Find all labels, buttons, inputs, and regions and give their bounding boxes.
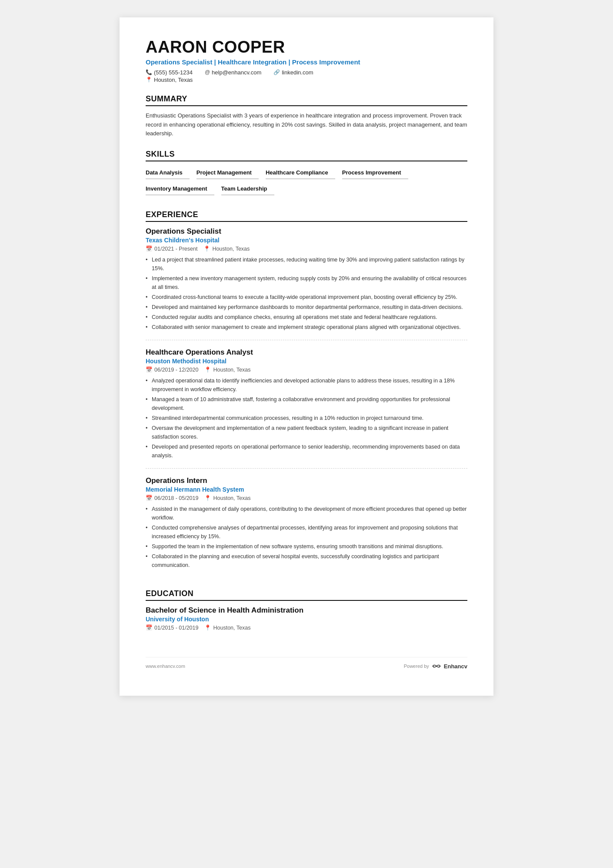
company-name: Memorial Hermann Health System — [146, 486, 467, 493]
location-icon: 📍 — [204, 366, 211, 373]
job-title: Healthcare Operations Analyst — [146, 348, 467, 357]
job-bullets: Led a project that streamlined patient i… — [146, 255, 467, 332]
bullet-item: Supported the team in the implementation… — [146, 542, 467, 551]
job-title: Operations Specialist — [146, 227, 467, 236]
company-name: Texas Children's Hospital — [146, 237, 467, 244]
email-value: help@enhancv.com — [212, 69, 261, 76]
job-title: Operations Intern — [146, 476, 467, 485]
bullet-item: Assisted in the management of daily oper… — [146, 505, 467, 522]
location-icon: 📍 — [146, 77, 152, 83]
skill-item: Project Management — [197, 167, 259, 179]
location-text: Houston, Texas — [213, 367, 250, 373]
bullet-item: Conducted regular audits and compliance … — [146, 313, 467, 322]
powered-by-label: Powered by — [404, 664, 429, 669]
job-date: 📅 01/2021 - Present — [146, 245, 197, 252]
job-block: Operations InternMemorial Hermann Health… — [146, 476, 467, 578]
job-meta: 📅 01/2021 - Present 📍 Houston, Texas — [146, 245, 467, 252]
edu-location-text: Houston, Texas — [213, 625, 250, 631]
email-icon: @ — [205, 69, 210, 75]
calendar-icon: 📅 — [146, 624, 153, 631]
edu-block: Bachelor of Science in Health Administra… — [146, 606, 467, 631]
phone-contact: 📞 (555) 555-1234 — [146, 69, 193, 76]
date-range: 01/2021 - Present — [154, 246, 197, 252]
company-name: Houston Methodist Hospital — [146, 358, 467, 365]
edu-container: Bachelor of Science in Health Administra… — [146, 606, 467, 631]
calendar-icon: 📅 — [146, 495, 153, 501]
job-meta: 📅 06/2019 - 12/2020 📍 Houston, Texas — [146, 366, 467, 373]
date-range: 06/2018 - 05/2019 — [154, 495, 198, 501]
location-icon: 📍 — [204, 624, 211, 631]
edu-meta: 📅 01/2015 - 01/2019 📍 Houston, Texas — [146, 624, 467, 631]
skills-grid: Data AnalysisProject ManagementHealthcar… — [146, 167, 467, 199]
linkedin-value: linkedin.com — [282, 69, 313, 76]
experience-section: EXPERIENCE Operations SpecialistTexas Ch… — [146, 210, 467, 578]
summary-section: SUMMARY Enthusiastic Operations Speciali… — [146, 94, 467, 138]
header: AARON COOPER Operations Specialist | Hea… — [146, 38, 467, 83]
contact-row-2: 📍 Houston, Texas — [146, 77, 467, 83]
email-contact: @ help@enhancv.com — [205, 69, 261, 76]
footer: www.enhancv.com Powered by Enhancv — [146, 657, 467, 670]
job-location: 📍 Houston, Texas — [204, 495, 250, 501]
location-text: Houston, Texas — [212, 246, 250, 252]
link-icon: 🔗 — [273, 69, 280, 75]
enhancv-logo-icon — [432, 663, 441, 670]
skill-item: Process Improvement — [342, 167, 408, 179]
footer-website: www.enhancv.com — [146, 664, 185, 669]
enhancv-brand: Enhancv — [444, 663, 467, 670]
location-icon: 📍 — [203, 245, 210, 252]
job-meta: 📅 06/2018 - 05/2019 📍 Houston, Texas — [146, 495, 467, 501]
phone-icon: 📞 — [146, 69, 152, 75]
education-title: EDUCATION — [146, 589, 467, 601]
skill-item: Team Leadership — [221, 183, 274, 195]
location-icon: 📍 — [204, 495, 211, 501]
bullet-item: Streamlined interdepartmental communicat… — [146, 414, 467, 422]
jobs-container: Operations SpecialistTexas Children's Ho… — [146, 227, 467, 578]
experience-title: EXPERIENCE — [146, 210, 467, 222]
calendar-icon: 📅 — [146, 366, 153, 373]
job-bullets: Analyzed operational data to identify in… — [146, 376, 467, 460]
job-block: Operations SpecialistTexas Children's Ho… — [146, 227, 467, 340]
edu-location: 📍 Houston, Texas — [204, 624, 250, 631]
contact-row-1: 📞 (555) 555-1234 @ help@enhancv.com 🔗 li… — [146, 69, 467, 76]
skill-item: Inventory Management — [146, 183, 214, 195]
powered-by: Powered by Enhancv — [404, 663, 467, 670]
candidate-name: AARON COOPER — [146, 38, 467, 57]
edu-school: University of Houston — [146, 616, 467, 623]
edu-degree: Bachelor of Science in Health Administra… — [146, 606, 467, 615]
skill-item: Data Analysis — [146, 167, 190, 179]
bullet-item: Conducted comprehensive analyses of depa… — [146, 523, 467, 541]
job-date: 📅 06/2019 - 12/2020 — [146, 366, 198, 373]
edu-date-range: 01/2015 - 01/2019 — [154, 625, 198, 631]
candidate-title: Operations Specialist | Healthcare Integ… — [146, 58, 467, 66]
location-contact: 📍 Houston, Texas — [146, 77, 193, 83]
bullet-item: Analyzed operational data to identify in… — [146, 376, 467, 394]
bullet-item: Implemented a new inventory management s… — [146, 274, 467, 292]
bullet-item: Managed a team of 10 administrative staf… — [146, 395, 467, 412]
bullet-item: Developed and maintained key performance… — [146, 303, 467, 312]
edu-date: 📅 01/2015 - 01/2019 — [146, 624, 198, 631]
bullet-item: Oversaw the development and implementati… — [146, 424, 467, 441]
job-location: 📍 Houston, Texas — [204, 366, 250, 373]
date-range: 06/2019 - 12/2020 — [154, 367, 198, 373]
resume-page: AARON COOPER Operations Specialist | Hea… — [120, 17, 493, 696]
skills-section: SKILLS Data AnalysisProject ManagementHe… — [146, 150, 467, 199]
bullet-item: Developed and presented reports on opera… — [146, 442, 467, 460]
skills-title: SKILLS — [146, 150, 467, 161]
summary-title: SUMMARY — [146, 94, 467, 106]
bullet-item: Collaborated with senior management to c… — [146, 323, 467, 332]
phone-value: (555) 555-1234 — [154, 69, 193, 76]
job-date: 📅 06/2018 - 05/2019 — [146, 495, 198, 501]
bullet-item: Coordinated cross-functional teams to ex… — [146, 293, 467, 302]
job-bullets: Assisted in the management of daily oper… — [146, 505, 467, 570]
bullet-item: Collaborated in the planning and executi… — [146, 552, 467, 570]
job-block: Healthcare Operations AnalystHouston Met… — [146, 348, 467, 469]
education-section: EDUCATION Bachelor of Science in Health … — [146, 589, 467, 631]
job-location: 📍 Houston, Texas — [203, 245, 250, 252]
bullet-item: Led a project that streamlined patient i… — [146, 255, 467, 273]
location-text: Houston, Texas — [213, 495, 250, 501]
calendar-icon: 📅 — [146, 245, 153, 252]
linkedin-contact: 🔗 linkedin.com — [273, 69, 313, 76]
summary-text: Enthusiastic Operations Specialist with … — [146, 111, 467, 138]
skill-item: Healthcare Compliance — [266, 167, 335, 179]
location-value: Houston, Texas — [154, 77, 193, 83]
